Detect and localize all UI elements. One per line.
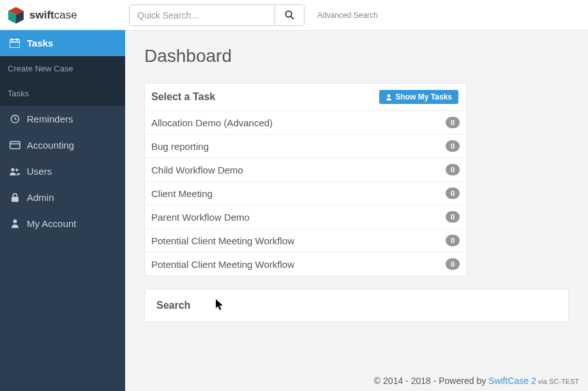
sidebar-item-admin[interactable]: Admin (0, 184, 125, 210)
brand-text: swiftcase (29, 9, 77, 22)
sidebar-item-label: Accounting (27, 140, 116, 151)
task-name: Child Workflow Demo (151, 165, 243, 175)
sidebar-item-label: Admin (27, 192, 116, 203)
task-row[interactable]: Bug reporting0 (145, 134, 466, 158)
card-icon (9, 140, 20, 151)
svg-rect-6 (17, 38, 18, 41)
users-icon (9, 166, 20, 177)
task-name: Parent Workflow Demo (151, 212, 250, 223)
footer: © 2014 - 2018 - Powered by SwiftCase 2 v… (374, 376, 579, 386)
svg-rect-8 (10, 142, 19, 149)
svg-point-13 (13, 219, 17, 223)
task-count-badge: 0 (446, 188, 460, 199)
topbar: Advanced Search (125, 0, 588, 30)
task-count-badge: 0 (446, 164, 460, 175)
task-count-badge: 0 (446, 211, 460, 223)
svg-point-16 (387, 94, 390, 97)
sidebar-item-label: My Account (27, 218, 116, 229)
task-row[interactable]: Allocation Demo (Advanced)0 (145, 110, 466, 134)
sidebar-item-label: Reminders (27, 114, 116, 124)
task-panel: Select a Task Show My Tasks Allocation D… (144, 83, 467, 276)
task-row[interactable]: Potential Client Meeting Workflow0 (145, 228, 466, 252)
task-count-badge: 0 (446, 140, 460, 152)
svg-rect-3 (10, 40, 20, 48)
task-name: Potential Client Meeting Workflow (151, 235, 294, 246)
task-row[interactable]: Potential Client Meeting Workflow0 (145, 252, 466, 276)
svg-line-15 (291, 17, 294, 19)
sidebar-submenu: Create New Case Tasks (0, 56, 125, 106)
svg-point-10 (11, 168, 14, 171)
svg-point-14 (285, 11, 291, 17)
task-panel-title: Select a Task (151, 91, 215, 103)
sidebar-item-label: Users (27, 166, 116, 177)
search-button[interactable] (275, 5, 304, 26)
search-panel-title: Search (156, 300, 190, 311)
show-my-tasks-button[interactable]: Show My Tasks (379, 90, 458, 104)
clock-icon (9, 114, 20, 124)
task-count-badge: 0 (446, 258, 460, 270)
sidebar-item-tasks[interactable]: Tasks (0, 30, 125, 56)
svg-point-11 (15, 168, 18, 171)
quick-search (129, 4, 305, 26)
task-row[interactable]: Parent Workflow Demo0 (145, 205, 466, 228)
task-count-badge: 0 (446, 117, 460, 128)
task-name: Bug reporting (151, 141, 209, 152)
page-title: Dashboard (144, 46, 569, 66)
user-icon (386, 94, 392, 101)
svg-rect-12 (11, 197, 19, 202)
footer-via: via SC-TEST (536, 378, 579, 385)
footer-link[interactable]: SwiftCase 2 (488, 376, 536, 386)
sidebar-sub-create-new-case[interactable]: Create New Case (0, 56, 125, 81)
sidebar-sub-tasks[interactable]: Tasks (0, 81, 125, 106)
logo[interactable]: swiftcase (0, 0, 125, 30)
sidebar-item-users[interactable]: Users (0, 158, 125, 184)
sidebar-item-accounting[interactable]: Accounting (0, 132, 125, 158)
task-row[interactable]: Client Meeting0 (145, 181, 466, 205)
sidebar-item-reminders[interactable]: Reminders (0, 106, 125, 132)
brand-cube-icon (6, 6, 26, 25)
sidebar-nav: Tasks Create New Case Tasks Reminders Ac… (0, 30, 125, 237)
sidebar-item-my-account[interactable]: My Account (0, 210, 125, 237)
user-icon (9, 219, 20, 229)
calendar-icon (9, 38, 20, 48)
task-list: Allocation Demo (Advanced)0Bug reporting… (145, 110, 466, 276)
lock-icon (9, 193, 20, 203)
task-count-badge: 0 (446, 235, 460, 246)
advanced-search-link[interactable]: Advanced Search (317, 11, 378, 20)
task-name: Potential Client Meeting Workflow (151, 259, 294, 270)
sidebar-item-label: Tasks (27, 38, 116, 48)
svg-rect-5 (11, 38, 13, 41)
search-icon (285, 10, 294, 20)
task-name: Allocation Demo (Advanced) (151, 117, 273, 128)
task-row[interactable]: Child Workflow Demo0 (145, 158, 466, 181)
show-my-tasks-label: Show My Tasks (396, 92, 452, 101)
search-input[interactable] (130, 5, 275, 26)
cursor-icon (215, 299, 224, 311)
search-panel: Search (144, 289, 569, 322)
task-name: Client Meeting (151, 188, 213, 199)
footer-copyright: © 2014 - 2018 - Powered by (374, 376, 488, 386)
